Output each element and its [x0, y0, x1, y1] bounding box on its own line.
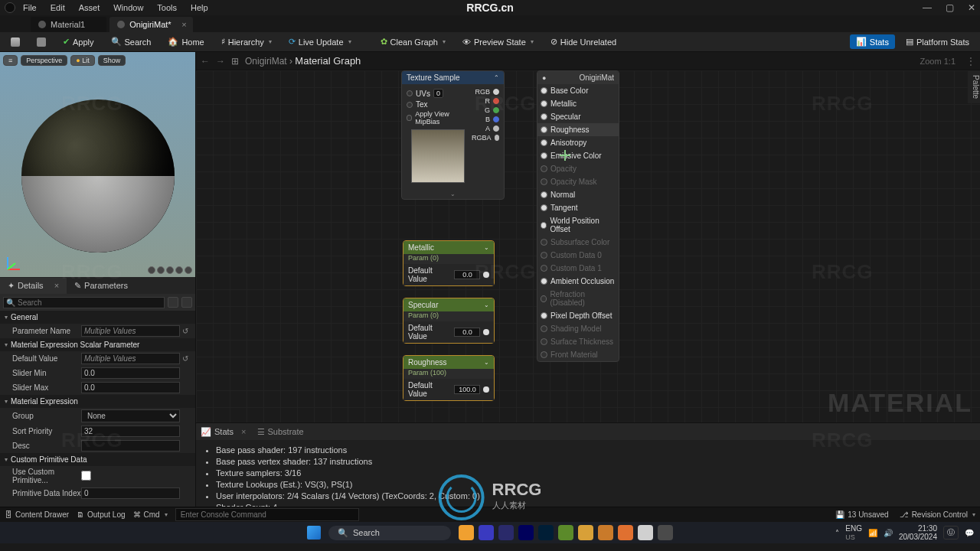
taskbar-app-icon[interactable]: [638, 525, 653, 540]
output-pin[interactable]: [483, 329, 489, 335]
field-default-value[interactable]: [81, 353, 180, 364]
viewport-menu-icon[interactable]: ≡: [3, 55, 18, 66]
platform-stats-button[interactable]: ▤Platform Stats: [900, 34, 975, 49]
field-group[interactable]: None: [81, 409, 180, 422]
preview-viewport[interactable]: ≡ Perspective ● Lit Show: [0, 52, 195, 277]
field-default-value[interactable]: [454, 328, 480, 337]
pin-b[interactable]: B: [472, 115, 499, 124]
dock-icon[interactable]: ⋮: [966, 56, 975, 67]
taskbar-app-icon[interactable]: [479, 525, 494, 540]
reset-icon[interactable]: ↺: [180, 354, 191, 363]
pin-mipbias[interactable]: Apply View MipBias: [415, 110, 469, 126]
field-primitive-data-index[interactable]: [81, 487, 180, 499]
menu-window[interactable]: Window: [113, 3, 143, 12]
pin-rgb[interactable]: RGB: [472, 87, 499, 96]
pin-base-color[interactable]: Base Color: [537, 84, 619, 97]
clean-graph-button[interactable]: ✿Clean Graph▾: [374, 34, 452, 49]
material-graph-canvas[interactable]: Palette Texture Sample⌃ UVs 0 Tex Apply …: [196, 70, 980, 422]
pin-rgba[interactable]: RGBA: [472, 133, 499, 142]
start-button[interactable]: [307, 526, 321, 540]
live-update-button[interactable]: ⟳Live Update▾: [283, 34, 358, 49]
category-scalar-parameter[interactable]: Material Expression Scalar Parameter: [0, 338, 195, 351]
tab-parameters[interactable]: ✎Parameters: [67, 278, 136, 294]
preview-state-button[interactable]: 👁Preview State▾: [456, 35, 540, 49]
details-gear-icon[interactable]: [181, 297, 192, 308]
taskbar-app-icon[interactable]: [459, 525, 474, 540]
pin-roughness[interactable]: Roughness: [537, 123, 619, 136]
pin-specular[interactable]: Specular: [537, 110, 619, 123]
save-button[interactable]: [5, 35, 26, 49]
collapse-icon[interactable]: ⌄: [484, 244, 489, 251]
category-custom-primitive-data[interactable]: Custom Primitive Data: [0, 453, 195, 466]
nav-back-icon[interactable]: ←: [201, 56, 210, 67]
collapse-icon[interactable]: ⌄: [484, 359, 489, 366]
pin-r[interactable]: R: [472, 96, 499, 106]
browse-button[interactable]: [31, 35, 52, 49]
hierarchy-button[interactable]: ♯Hierarchy▾: [215, 34, 278, 49]
taskbar-search[interactable]: 🔍Search: [328, 526, 451, 540]
pin-metallic[interactable]: Metallic: [537, 97, 619, 110]
tab-details[interactable]: ✦Details×: [0, 278, 67, 294]
cmd-button[interactable]: ⌘Cmd▾: [133, 510, 168, 519]
pin-tex[interactable]: Tex: [416, 100, 428, 109]
stats-toggle[interactable]: 📊Stats: [850, 34, 895, 49]
nav-fwd-icon[interactable]: →: [216, 56, 225, 67]
close-icon[interactable]: ×: [241, 427, 246, 436]
category-material-expression[interactable]: Material Expression: [0, 395, 195, 408]
taskbar-app-icon[interactable]: [578, 525, 593, 540]
pin-world-position-offset[interactable]: World Position Offset: [537, 214, 619, 236]
taskbar-clock[interactable]: 21:3020/03/2024: [899, 524, 937, 541]
taskbar-app-icon[interactable]: [498, 525, 514, 540]
grid-icon[interactable]: ⊞: [231, 56, 239, 67]
field-use-custom-primitive[interactable]: [81, 471, 91, 481]
taskbar-app-icon[interactable]: [518, 525, 534, 540]
tab-stats[interactable]: 📈Stats×: [201, 427, 247, 437]
pin-normal[interactable]: Normal: [537, 188, 619, 201]
revision-control-button[interactable]: ⎇Revision Control▾: [900, 510, 975, 519]
node-texture-sample[interactable]: Texture Sample⌃ UVs 0 Tex Apply View Mip…: [401, 70, 505, 200]
tray-chevron-icon[interactable]: ˄: [835, 529, 839, 537]
category-general[interactable]: General: [0, 311, 195, 324]
taskbar-app-icon[interactable]: [538, 525, 554, 540]
pin-ambient-occlusion[interactable]: Ambient Occlusion: [537, 275, 619, 288]
field-default-value[interactable]: [454, 270, 480, 279]
field-slider-min[interactable]: [81, 367, 180, 379]
field-default-value[interactable]: [454, 385, 480, 394]
close-icon[interactable]: ×: [181, 20, 186, 29]
pin-a[interactable]: A: [472, 124, 499, 133]
node-roughness[interactable]: Roughness⌄Param (100)Default Value: [403, 355, 495, 401]
taskbar-app-icon[interactable]: [658, 525, 673, 540]
home-button[interactable]: 🏠Home: [162, 34, 210, 49]
taskbar-app-icon[interactable]: [598, 525, 613, 540]
menu-asset[interactable]: Asset: [79, 3, 100, 12]
field-desc[interactable]: [81, 440, 180, 452]
unsaved-indicator[interactable]: 💾13 Unsaved: [835, 510, 888, 519]
doc-tab[interactable]: OnigiriMat*×: [109, 17, 192, 32]
close-button[interactable]: ✕: [968, 2, 975, 13]
collapse-icon[interactable]: ⌄: [484, 302, 489, 308]
notification-icon[interactable]: 💬: [965, 529, 974, 537]
taskbar-app-icon[interactable]: [618, 525, 633, 540]
viewport-lit-chip[interactable]: ● Lit: [70, 55, 94, 66]
language-indicator[interactable]: ENG: [845, 524, 862, 533]
minimize-button[interactable]: —: [923, 2, 932, 13]
pin-uvs[interactable]: UVs: [416, 90, 430, 98]
field-slider-max[interactable]: [81, 382, 180, 393]
field-parameter-name[interactable]: [81, 325, 180, 337]
hide-unrelated-button[interactable]: ⊘Hide Unrelated: [544, 34, 622, 49]
pin-pixel-depth-offset[interactable]: Pixel Depth Offset: [537, 309, 619, 322]
pin-g[interactable]: G: [472, 106, 499, 115]
taskbar-app-icon[interactable]: [558, 525, 573, 540]
node-metallic[interactable]: Metallic⌄Param (0)Default Value: [403, 240, 495, 286]
doc-tab[interactable]: Material1: [31, 17, 106, 32]
close-icon[interactable]: ×: [54, 281, 59, 290]
reset-icon[interactable]: ↺: [180, 327, 191, 335]
breadcrumb[interactable]: OnigiriMat › Material Graph: [245, 55, 361, 67]
engine-badge-icon[interactable]: Ⓤ: [943, 526, 959, 540]
output-pin[interactable]: [483, 386, 489, 393]
menu-help[interactable]: Help: [191, 3, 208, 12]
maximize-button[interactable]: ▢: [946, 2, 954, 13]
apply-button[interactable]: ✔Apply: [57, 34, 100, 49]
content-drawer-button[interactable]: 🗄Content Drawer: [5, 510, 69, 519]
pin-tangent[interactable]: Tangent: [537, 201, 619, 214]
